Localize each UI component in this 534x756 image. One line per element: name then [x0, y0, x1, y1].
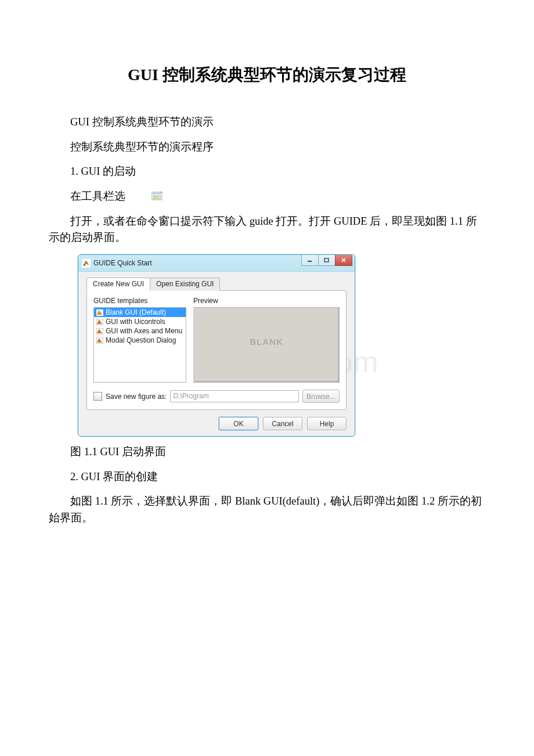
svg-rect-3: [157, 196, 161, 199]
paragraph: 打开，或者在命令窗口提示符下输入 guide 打开。打开 GUIDE 后，即呈现…: [49, 213, 485, 246]
save-new-figure-checkbox[interactable]: [93, 392, 102, 401]
cancel-button[interactable]: Cancel: [263, 417, 302, 430]
list-item[interactable]: Modal Question Dialog: [94, 336, 186, 345]
text: 打开，或者在命令窗口提示符下输入 guide 打开。打开 GUIDE 后，即呈现…: [49, 215, 477, 244]
preview-pane: BLANK: [193, 307, 340, 383]
templates-label: GUIDE templates: [93, 297, 186, 305]
list-item[interactable]: GUI with Uicontrols: [94, 317, 186, 326]
ok-button[interactable]: OK: [219, 417, 258, 430]
list-item[interactable]: GUI with Axes and Menu: [94, 326, 186, 336]
save-new-figure-label: Save new figure as:: [106, 393, 167, 401]
list-item-label: GUI with Axes and Menu: [106, 327, 182, 335]
list-item-label: Modal Question Dialog: [106, 336, 176, 344]
figure-icon: [96, 309, 103, 316]
list-item-label: Blank GUI (Default): [106, 308, 166, 316]
svg-rect-2: [153, 196, 156, 199]
figure-icon: [96, 319, 103, 325]
list-item-label: GUI with Uicontrols: [106, 318, 165, 326]
window-titlebar[interactable]: GUIDE Quick Start: [78, 255, 355, 272]
templates-listbox[interactable]: Blank GUI (Default) GUI with Uicontrols: [93, 307, 186, 383]
close-icon: [341, 258, 347, 262]
preview-text: BLANK: [250, 336, 283, 346]
paragraph: 如图 1.1 所示，选择默认界面，即 Blank GUI(default)，确认…: [49, 493, 485, 526]
svg-rect-6: [324, 258, 329, 262]
svg-rect-5: [308, 261, 312, 262]
tab-open-existing-gui[interactable]: Open Existing GUI: [150, 278, 220, 291]
tab-create-new-gui[interactable]: Create New GUI: [86, 278, 150, 291]
browse-button[interactable]: Browse...: [302, 390, 340, 403]
help-button[interactable]: Help: [307, 417, 347, 430]
preview-label: Preview: [193, 297, 340, 305]
minimize-icon: [307, 258, 313, 262]
paragraph: 1. GUI 的启动: [49, 163, 485, 180]
window-title: GUIDE Quick Start: [93, 259, 152, 267]
figure-caption: 图 1.1 GUI 启动界面: [49, 444, 485, 460]
list-item[interactable]: Blank GUI (Default): [94, 308, 186, 317]
guide-quick-start-dialog: www.bdocx.com GUIDE Quick Start: [78, 254, 355, 437]
guide-toolbar-icon: [130, 189, 141, 199]
maximize-icon: [324, 258, 330, 262]
paragraph: 2. GUI 界面的创建: [49, 469, 485, 485]
figure-icon: [96, 337, 103, 344]
paragraph: GUI 控制系统典型环节的演示: [49, 114, 485, 131]
text: 如图 1.1 所示，选择默认界面，即 Blank GUI(default)，确认…: [49, 495, 482, 524]
paragraph: 在工具栏选: [49, 188, 485, 205]
text: 在工具栏选: [70, 190, 125, 202]
figure-icon: [96, 328, 103, 334]
matlab-logo-icon: [82, 259, 91, 268]
window-minimize-button[interactable]: [301, 255, 319, 266]
svg-rect-1: [152, 193, 162, 195]
window-close-button[interactable]: [335, 255, 352, 266]
page-title: GUI 控制系统典型环节的演示复习过程: [49, 64, 485, 86]
window-maximize-button[interactable]: [318, 255, 335, 266]
paragraph: 控制系统典型环节的演示程序: [49, 139, 485, 156]
save-path-input[interactable]: D:\Program Files\MATLAB\R2010b\bin\u: [170, 390, 299, 402]
